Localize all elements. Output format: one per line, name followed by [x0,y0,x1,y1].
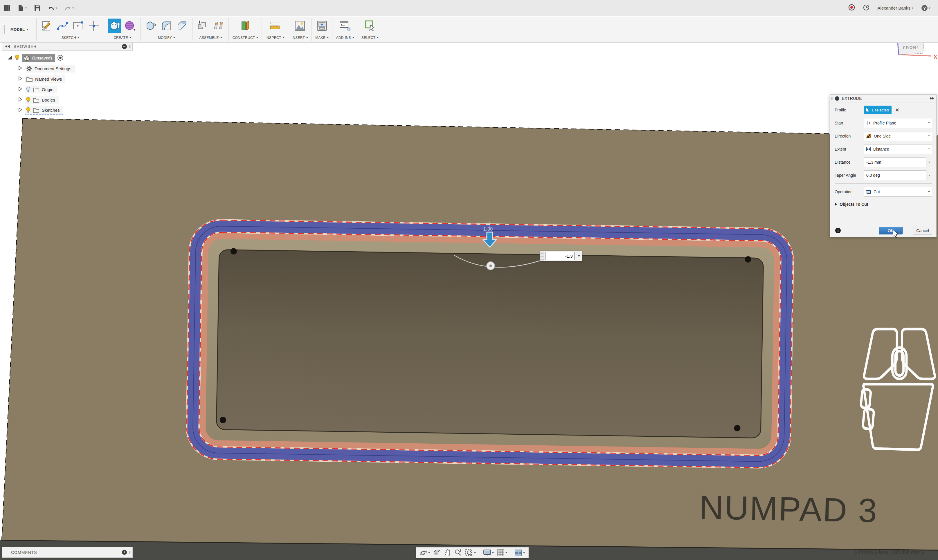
dialog-remove-icon[interactable]: − [835,96,839,101]
expander-closed-icon[interactable] [18,97,22,103]
distance-value-input[interactable]: -1.3 mm [864,157,926,167]
viewport-canvas[interactable]: 1.30 NUMPAD 3 [0,0,938,560]
chamfer-icon[interactable] [176,18,189,33]
visibility-bulb-icon[interactable] [26,97,31,103]
ribbon-group-label-inspect[interactable]: INSPECT [265,36,284,40]
distance-spinner-caret[interactable] [926,162,932,163]
save-button[interactable] [34,5,40,11]
panel-resize-grip[interactable]: ‖ [129,45,131,49]
user-menu[interactable]: Alexander Banks [878,6,913,11]
browser-item-document-settings[interactable]: Document Settings [7,63,75,74]
expander-closed-icon[interactable] [18,86,22,92]
expander-closed-icon[interactable] [18,76,22,82]
cancel-button[interactable]: Cancel [913,227,932,234]
ribbon-group-label-modify[interactable]: MODIFY [158,36,175,40]
browser-item-sketches[interactable]: Sketches [7,105,75,115]
scripts-addins-icon[interactable] [339,18,352,33]
comments-panel-header[interactable]: COMMENTS + ‖ [2,547,132,558]
field-row-taper-angle: Taper Angle 0.0 deg [835,170,932,180]
browser-root-row[interactable]: (Unsaved) [7,53,75,63]
zoom-window-button[interactable] [465,549,476,557]
extrude-dialog-header[interactable]: ‖ − EXTRUDE [830,95,936,102]
visibility-bulb-off-icon[interactable] [26,86,31,92]
browser-item-origin[interactable]: Origin [7,84,75,95]
select-icon[interactable] [363,18,377,33]
ribbon-group-label-construct[interactable]: CONSTRUCT [232,36,258,40]
workspace-switcher[interactable]: MODEL [7,17,36,42]
ribbon-group-label-insert[interactable]: INSERT [292,36,308,40]
undo-button[interactable] [48,6,57,11]
insert-image-icon[interactable] [293,18,307,33]
pan-hand-icon [444,549,451,557]
press-pull-icon[interactable] [144,18,157,33]
record-icon[interactable] [848,4,855,12]
spline-icon[interactable] [56,18,69,33]
operation-select[interactable]: Cut [864,187,932,197]
look-at-button[interactable] [433,549,441,556]
dialog-info-icon[interactable]: i [835,228,841,233]
ribbon-group-label-assemble[interactable]: ASSEMBLE [199,36,222,40]
construction-plane-icon[interactable] [239,18,252,33]
extent-select[interactable]: Distance [864,144,932,154]
distance-inline-input[interactable]: -1.3 [545,252,575,260]
ribbon-group-label-make[interactable]: MAKE [315,36,329,40]
clock-icon[interactable] [863,5,869,12]
dropdown-caret-icon [928,122,930,124]
browser-panel-header[interactable]: BROWSER − ‖ [2,42,132,51]
visibility-bulb-icon[interactable] [15,55,20,62]
dialog-fastforward-icon[interactable] [930,97,934,100]
create-sketch-icon[interactable] [40,18,54,33]
ribbon-group-create: CREATE [104,17,140,42]
browser-item-named-views[interactable]: Named Views [7,74,75,84]
component-cube-icon [23,55,30,61]
collapse-browser-icon[interactable] [5,45,9,48]
direction-select[interactable]: One Side [864,131,932,141]
rectangle-icon[interactable] [71,18,85,33]
ribbon-drag-handle[interactable] [0,17,7,42]
panel-resize-grip[interactable]: ‖ [129,550,131,554]
start-select[interactable]: Profile Plane [864,118,932,128]
sketch-point-icon[interactable] [87,18,100,33]
redo-button[interactable] [65,6,74,11]
dialog-drag-grip[interactable]: ‖ [831,96,833,101]
expander-open-icon[interactable] [7,55,12,61]
ribbon-group-label-addins[interactable]: ADD-INS [336,36,354,40]
form-icon[interactable] [123,18,137,33]
fusion360-window: 1.30 NUMPAD 3 [0,0,938,560]
zoom-button[interactable] [454,549,462,557]
visibility-bulb-icon[interactable] [26,107,31,113]
ribbon-group-label-select[interactable]: SELECT [362,36,379,40]
pan-button[interactable] [444,549,451,557]
help-menu[interactable]: ? [921,5,930,11]
distance-dropdown-button[interactable] [576,251,582,261]
taper-angle-input[interactable]: 0.0 deg [864,170,926,180]
expander-closed-icon[interactable] [18,107,22,114]
profile-selected-chip[interactable]: 1 selected [864,106,892,114]
joint-icon[interactable] [212,18,225,33]
ribbon-group-label-create[interactable]: CREATE [114,36,131,40]
ribbon-group-label-sketch[interactable]: SKETCH [62,36,79,40]
popup-drag-grip[interactable] [540,251,544,261]
print-3d-icon[interactable] [315,18,329,33]
selected-profile-cutout[interactable] [185,219,795,469]
display-settings-button[interactable] [483,549,494,557]
viewports-button[interactable] [514,549,525,557]
activate-component-radio[interactable] [57,55,63,62]
new-file-button[interactable] [18,5,27,12]
add-comment-icon[interactable]: + [122,550,127,555]
orbit-button[interactable] [419,549,430,557]
root-document[interactable]: (Unsaved) [22,54,55,62]
fillet-icon[interactable] [160,18,173,33]
clear-selection-icon[interactable]: ✕ [895,107,899,113]
ok-button[interactable]: OK [879,227,903,234]
expander-closed-icon[interactable] [18,65,22,72]
browser-item-bodies[interactable]: Bodies [7,95,75,105]
objects-to-cut-expander[interactable]: Objects To Cut [835,200,932,209]
extrude-icon[interactable] [108,18,121,33]
app-grid-icon[interactable] [4,5,11,11]
grid-snap-button[interactable] [497,549,507,557]
remove-panel-icon[interactable]: − [122,44,127,49]
new-component-icon[interactable] [196,18,209,33]
measure-icon[interactable] [268,18,282,33]
taper-spinner-caret[interactable] [926,175,932,176]
